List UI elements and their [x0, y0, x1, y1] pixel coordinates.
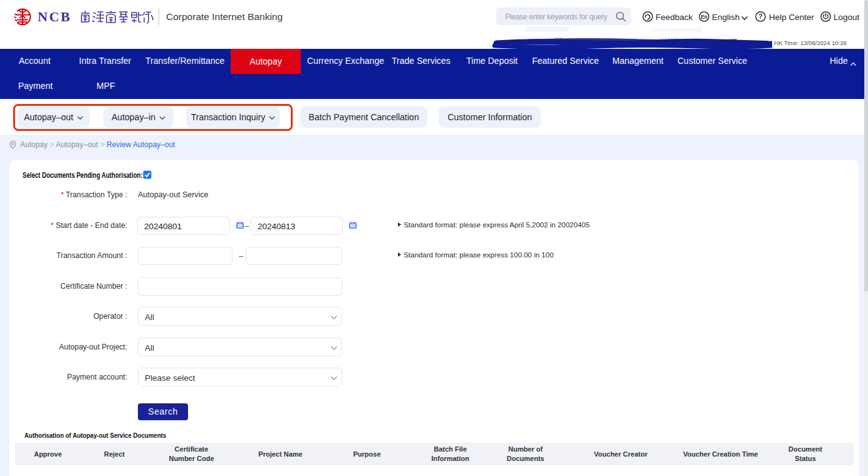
svg-text:En: En: [701, 14, 707, 20]
svg-text:?: ?: [758, 13, 762, 20]
